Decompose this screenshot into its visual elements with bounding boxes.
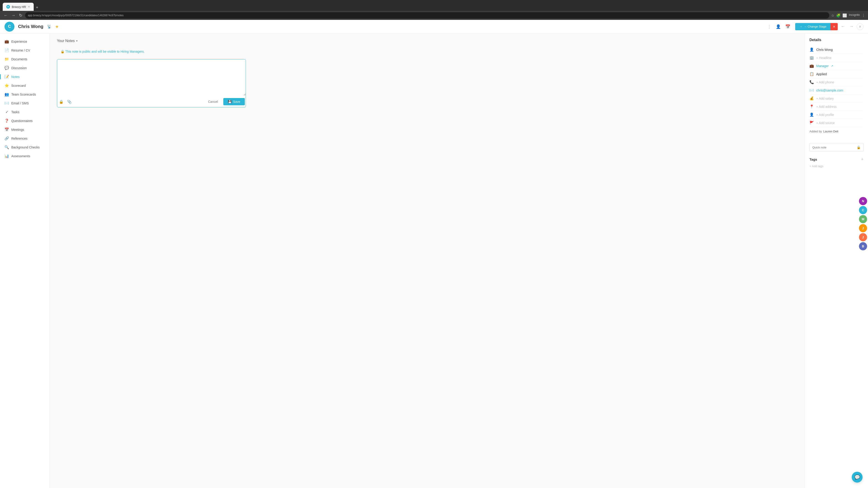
prev-candidate-button[interactable]: ← <box>839 23 846 30</box>
sidebar-item-notes[interactable]: 📝 Notes <box>0 72 50 81</box>
tab-favicon: B <box>6 5 10 8</box>
notes-dropdown-arrow[interactable]: ▾ <box>76 39 78 42</box>
external-link-icon[interactable]: ↗ <box>831 64 833 68</box>
note-lock-button[interactable]: 🔒 <box>58 99 64 105</box>
sidebar-item-references[interactable]: 🔗 References <box>0 134 50 143</box>
note-attach-button[interactable]: 📎 <box>66 99 72 105</box>
manager-icon: 💼 <box>809 64 814 68</box>
added-by-row: Added by Lauren Deli <box>809 127 864 136</box>
detail-address-add[interactable]: + Add address <box>816 105 837 108</box>
next-candidate-button[interactable]: → <box>848 23 855 30</box>
sidebar-item-resume[interactable]: 📄 Resume / CV <box>0 46 50 55</box>
right-panel: Details 👤 Chris Wong 🏢 + Headline 💼 Mana… <box>805 33 868 488</box>
add-tags-placeholder[interactable]: + Add tags <box>805 164 868 170</box>
sidebar-item-team-scorecards[interactable]: 👥 Team Scorecards <box>0 90 50 99</box>
tab-close-button[interactable]: ✕ <box>28 5 30 8</box>
reload-button[interactable]: ↻ <box>18 12 23 19</box>
headline-icon: 🏢 <box>809 56 814 60</box>
chat-button[interactable]: 💬 <box>852 472 863 483</box>
avatar-N[interactable]: N <box>859 197 867 205</box>
sidebar-item-discussion[interactable]: 💬 Discussion <box>0 64 50 72</box>
change-stage-group: → → Change Stage ✕ <box>795 23 838 30</box>
candidate-name-header: Chris Wong <box>18 24 43 29</box>
visibility-text: 🔒 This note is public and will be visibl… <box>61 50 145 53</box>
sidebar-label-documents: Documents <box>11 57 27 61</box>
avatar-stack: N C M J J B <box>858 195 868 252</box>
add-person-button[interactable]: 👤 <box>774 23 782 31</box>
avatar-J2[interactable]: J <box>859 233 867 241</box>
calendar-button[interactable]: 📅 <box>784 23 792 31</box>
sidebar: 💼 Experience 📄 Resume / CV 📁 Documents 💬… <box>0 33 50 488</box>
sidebar-label-questionnaires: Questionnaires <box>11 119 33 123</box>
detail-phone-add[interactable]: + Add phone <box>816 80 834 84</box>
content-area: Your Notes ▾ 🔒 This note is public and w… <box>50 33 253 113</box>
detail-salary-add[interactable]: + Add salary <box>816 97 834 100</box>
detail-row-manager: 💼 Manager ↗ <box>809 62 864 70</box>
sidebar-item-tasks[interactable]: ✓ Tasks <box>0 107 50 116</box>
sidebar-label-resume: Resume / CV <box>11 48 30 52</box>
close-candidate-button[interactable]: ✕ <box>857 23 864 30</box>
sidebar-item-assessments[interactable]: 📊 Assessments <box>0 152 50 160</box>
references-icon: 🔗 <box>4 136 9 140</box>
avatar-C[interactable]: C <box>859 206 867 214</box>
rss-icon[interactable]: 📡 <box>47 24 52 29</box>
active-tab[interactable]: B Breezy HR ✕ <box>3 3 34 11</box>
app-header: C Chris Wong 📡 ★ ⋮ 👤 📅 → → Change Stage … <box>0 20 868 33</box>
sidebar-item-scorecard[interactable]: ⭐ Scorecard <box>0 81 50 90</box>
tags-section: Tags + <box>805 154 868 164</box>
candidate-avatar: C <box>4 22 14 32</box>
your-notes-dropdown[interactable]: Your Notes <box>57 39 75 43</box>
change-stage-button[interactable]: → → Change Stage <box>795 23 831 30</box>
detail-row-phone: 📞 + Add phone <box>809 78 864 86</box>
detail-headline-add[interactable]: + Headline <box>816 56 831 60</box>
sidebar-item-documents[interactable]: 📁 Documents <box>0 55 50 64</box>
add-tag-button[interactable]: + <box>861 157 864 162</box>
detail-row-email: ✉️ chris@sample.com <box>809 86 864 94</box>
detail-manager: Manager <box>816 64 829 68</box>
experience-icon: 💼 <box>4 39 9 43</box>
back-button[interactable]: ← <box>3 12 8 19</box>
details-title: Details <box>809 38 864 42</box>
sidebar-item-email-sms[interactable]: ✉️ Email / SMS <box>0 99 50 107</box>
favorite-icon[interactable]: ★ <box>55 24 59 29</box>
new-tab-button[interactable]: + <box>34 4 40 11</box>
browser-action-icons: ☆ 🧩 ⬜ Incognito ⋮ <box>831 13 865 18</box>
app-body: 💼 Experience 📄 Resume / CV 📁 Documents 💬… <box>0 33 868 488</box>
detail-row-applied: 📋 Applied <box>809 70 864 78</box>
sidebar-item-experience[interactable]: 💼 Experience <box>0 37 50 46</box>
sidebar-item-questionnaires[interactable]: ❓ Questionnaires <box>0 116 50 125</box>
note-textarea[interactable] <box>57 59 246 96</box>
sidebar-item-background-checks[interactable]: 🔍 Background Checks <box>0 143 50 152</box>
visibility-bar: 🔒 This note is public and will be visibl… <box>57 47 246 56</box>
incognito-label: Incognito <box>849 13 860 18</box>
cancel-button[interactable]: Cancel <box>204 98 221 105</box>
sidebar-label-background-checks: Background Checks <box>11 145 39 149</box>
change-stage-red-button[interactable]: ✕ <box>831 23 838 30</box>
notes-header: Your Notes ▾ <box>57 39 246 43</box>
save-button[interactable]: 💾 Save <box>223 98 245 105</box>
detail-source-add[interactable]: + Add source <box>816 121 835 125</box>
extensions-icon[interactable]: 🧩 <box>836 13 841 18</box>
save-label: Save <box>233 100 240 103</box>
bookmark-icon[interactable]: ☆ <box>831 13 834 18</box>
sidebar-label-team-scorecards: Team Scorecards <box>11 93 36 96</box>
menu-icon[interactable]: ⋮ <box>862 13 865 18</box>
browser-chrome: B Breezy HR ✕ + <box>0 0 868 11</box>
detail-email[interactable]: chris@sample.com <box>816 89 843 92</box>
resume-icon: 📄 <box>4 48 9 53</box>
detail-profile-add[interactable]: + Add profile <box>816 113 834 117</box>
header-more-button[interactable]: ⋮ <box>766 23 773 31</box>
quick-note-input[interactable] <box>812 146 855 149</box>
avatar-J1[interactable]: J <box>859 224 867 232</box>
detail-row-profile: 👤 + Add profile <box>809 111 864 119</box>
layout-icon[interactable]: ⬜ <box>842 13 847 18</box>
source-icon: 🚩 <box>809 121 814 125</box>
sidebar-item-meetings[interactable]: 📅 Meetings <box>0 125 50 134</box>
forward-button[interactable]: → <box>10 12 16 19</box>
address-bar[interactable]: app.breezy.hr/app/c/moodjoy/p/59357218dc… <box>25 12 829 19</box>
added-by-label: Added by <box>809 130 822 133</box>
avatar-B[interactable]: B <box>859 242 867 250</box>
avatar-M[interactable]: M <box>859 215 867 223</box>
sidebar-label-experience: Experience <box>11 40 27 43</box>
person-icon: 👤 <box>809 47 814 52</box>
